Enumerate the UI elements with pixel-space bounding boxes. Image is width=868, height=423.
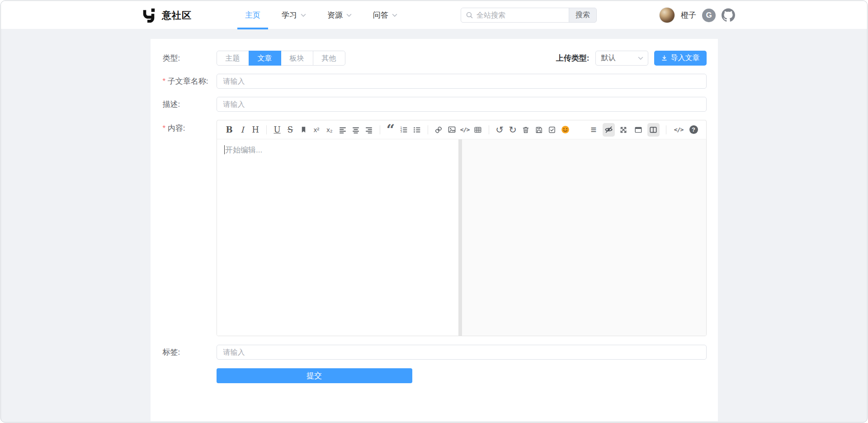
strikethrough-icon[interactable]: S xyxy=(284,123,297,137)
site-search: 搜索 xyxy=(461,8,597,23)
chevron-down-icon xyxy=(392,14,397,17)
upload-cluster: 上传类型: 默认 导入文章 xyxy=(556,51,707,66)
username[interactable]: 橙子 xyxy=(681,10,696,20)
help-icon[interactable]: ? xyxy=(688,123,700,137)
trash-icon[interactable] xyxy=(520,123,532,137)
bookmark-icon[interactable] xyxy=(297,123,310,137)
save-icon[interactable] xyxy=(533,123,545,137)
type-segmented-control: 主题 文章 板块 其他 xyxy=(217,51,345,66)
submit-button[interactable]: 提交 xyxy=(217,368,412,383)
github-icon[interactable] xyxy=(722,9,735,22)
gitee-icon[interactable]: G xyxy=(702,9,716,22)
nav-item-resources[interactable]: 资源 xyxy=(327,1,352,29)
description-label: 描述: xyxy=(163,99,217,109)
ordered-list-icon[interactable]: 123 xyxy=(398,123,410,137)
type-option-board[interactable]: 板块 xyxy=(281,51,313,66)
align-right-icon[interactable] xyxy=(363,123,375,137)
code-block-icon[interactable]: </> xyxy=(459,123,471,137)
search-input[interactable] xyxy=(476,11,570,19)
toolbar-divider xyxy=(428,125,428,134)
tags-row: 标签: xyxy=(163,345,707,360)
type-option-topic[interactable]: 主题 xyxy=(217,51,249,66)
bold-icon[interactable]: B xyxy=(223,123,236,137)
nav-resources-label: 资源 xyxy=(327,10,343,20)
upload-type-label: 上传类型: xyxy=(556,53,590,63)
main-nav: 主页 学习 资源 问答 xyxy=(245,1,397,29)
gitee-glyph: G xyxy=(702,9,716,22)
pane-divider xyxy=(458,139,462,336)
svg-text:3: 3 xyxy=(400,130,402,133)
description-input[interactable] xyxy=(217,97,707,112)
markdown-editor: B I H U S x² x₂ xyxy=(217,120,707,336)
search-button[interactable]: 搜索 xyxy=(569,8,597,23)
link-icon[interactable] xyxy=(433,123,445,137)
emoji-icon[interactable] xyxy=(559,123,571,137)
logo-icon xyxy=(142,8,157,23)
toolbar-divider xyxy=(266,125,267,134)
text-cursor xyxy=(224,145,225,154)
type-row: 类型: 主题 文章 板块 其他 上传类型: 默认 xyxy=(163,39,707,66)
underline-icon[interactable]: U xyxy=(271,123,283,137)
article-form-card: 类型: 主题 文章 板块 其他 上传类型: 默认 xyxy=(151,39,718,421)
name-input[interactable] xyxy=(217,74,707,89)
help-glyph: ? xyxy=(689,125,698,134)
align-center-icon[interactable] xyxy=(350,123,362,137)
heading-icon[interactable]: H xyxy=(250,123,262,137)
user-cluster: 橙子 G xyxy=(659,1,735,29)
avatar[interactable] xyxy=(659,7,675,23)
subscript-icon[interactable]: x₂ xyxy=(324,123,336,137)
outline-icon[interactable]: ≡ xyxy=(588,123,600,137)
preview-toggle-icon[interactable] xyxy=(603,123,615,137)
toolbar-divider xyxy=(380,125,380,134)
type-option-other[interactable]: 其他 xyxy=(313,51,345,66)
site-logo[interactable]: 意社区 xyxy=(142,1,192,29)
upload-type-value: 默认 xyxy=(601,53,638,63)
italic-icon[interactable]: I xyxy=(236,123,249,137)
nav-item-learn[interactable]: 学习 xyxy=(282,1,306,29)
chevron-down-icon xyxy=(301,14,306,17)
superscript-icon[interactable]: x² xyxy=(311,123,323,137)
type-label: 类型: xyxy=(163,53,217,63)
browser-preview-icon[interactable] xyxy=(632,123,645,137)
name-label: 子文章名称: xyxy=(163,76,217,86)
align-left-icon[interactable] xyxy=(337,123,349,137)
tags-input[interactable] xyxy=(217,345,707,360)
top-navbar: 意社区 主页 学习 资源 问答 xyxy=(1,1,867,29)
chevron-down-icon xyxy=(346,14,352,17)
editor-preview-pane xyxy=(462,139,706,336)
source-code-icon[interactable]: </> xyxy=(673,123,685,137)
description-row: 描述: xyxy=(163,97,707,112)
editor-placeholder: 开始编辑... xyxy=(225,146,262,154)
content-row: 内容: B I H U S x² x₂ xyxy=(163,120,707,336)
editor-toolbar: B I H U S x² x₂ xyxy=(217,120,706,139)
chevron-down-icon xyxy=(638,57,643,60)
type-option-article[interactable]: 文章 xyxy=(249,51,281,66)
search-icon xyxy=(466,11,473,19)
tags-label: 标签: xyxy=(163,347,217,357)
nav-home-label: 主页 xyxy=(245,10,260,20)
search-input-wrapper xyxy=(461,8,569,23)
image-icon[interactable] xyxy=(446,123,458,137)
task-list-icon[interactable] xyxy=(546,123,558,137)
toolbar-divider xyxy=(666,125,666,134)
site-title: 意社区 xyxy=(162,9,192,22)
split-view-icon[interactable] xyxy=(647,123,660,137)
blockquote-icon[interactable]: “ xyxy=(385,123,397,137)
import-article-button[interactable]: 导入文章 xyxy=(654,51,707,66)
editor-body: 开始编辑... xyxy=(217,139,706,336)
redo-icon[interactable]: ↻ xyxy=(507,123,519,137)
download-icon xyxy=(661,55,668,62)
name-row: 子文章名称: xyxy=(163,74,707,89)
fullscreen-icon[interactable] xyxy=(618,123,630,137)
nav-item-qa[interactable]: 问答 xyxy=(373,1,397,29)
nav-item-home[interactable]: 主页 xyxy=(245,1,260,29)
upload-type-select[interactable]: 默认 xyxy=(595,51,648,66)
undo-icon[interactable]: ↺ xyxy=(494,123,506,137)
content-label: 内容: xyxy=(163,120,217,133)
nav-learn-label: 学习 xyxy=(282,10,297,20)
submit-row: 提交 xyxy=(163,368,707,383)
browser-viewport: 意社区 主页 学习 资源 问答 xyxy=(0,0,868,423)
table-icon[interactable] xyxy=(472,123,484,137)
unordered-list-icon[interactable] xyxy=(411,123,423,137)
editor-input-pane[interactable]: 开始编辑... xyxy=(217,139,458,336)
